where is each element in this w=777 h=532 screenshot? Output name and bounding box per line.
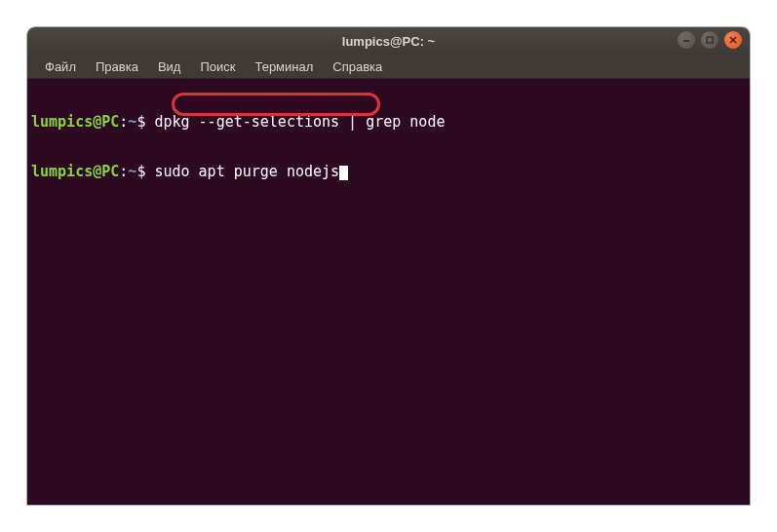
- terminal-body[interactable]: lumpics@PC:~$ dpkg --get-selections | gr…: [27, 79, 750, 505]
- menu-terminal[interactable]: Терминал: [245, 57, 323, 76]
- terminal-line: lumpics@PC:~$ sudo apt purge nodejs: [31, 164, 746, 180]
- prompt-sep: :: [119, 163, 128, 180]
- prompt-dollar: $: [136, 163, 154, 180]
- menu-help[interactable]: Справка: [323, 57, 392, 76]
- window-controls: [678, 31, 742, 49]
- titlebar: lumpics@PC: ~: [27, 27, 750, 55]
- prompt-user: lumpics@PC: [31, 163, 119, 180]
- close-button[interactable]: [724, 31, 742, 49]
- cursor: [339, 166, 348, 180]
- terminal-window: lumpics@PC: ~ Файл Правка Вид: [27, 27, 750, 505]
- command-text: dpkg --get-selections | grep node: [154, 113, 445, 131]
- minimize-icon: [681, 35, 691, 45]
- prompt-dollar: $: [136, 113, 154, 131]
- terminal-line: lumpics@PC:~$ dpkg --get-selections | gr…: [31, 114, 746, 131]
- maximize-icon: [705, 35, 715, 45]
- close-icon: [728, 35, 738, 45]
- prompt-user: lumpics@PC: [31, 113, 119, 131]
- command-text: sudo apt purge nodejs: [154, 163, 339, 180]
- menu-view[interactable]: Вид: [148, 57, 191, 76]
- menu-search[interactable]: Поиск: [190, 57, 245, 76]
- prompt-sep: :: [119, 113, 128, 131]
- maximize-button[interactable]: [701, 31, 719, 49]
- menu-file[interactable]: Файл: [35, 57, 86, 76]
- window-title: lumpics@PC: ~: [342, 34, 435, 49]
- menu-edit[interactable]: Правка: [86, 57, 148, 76]
- minimize-button[interactable]: [678, 31, 695, 49]
- svg-rect-1: [707, 37, 713, 43]
- menubar: Файл Правка Вид Поиск Терминал Справка: [27, 55, 750, 79]
